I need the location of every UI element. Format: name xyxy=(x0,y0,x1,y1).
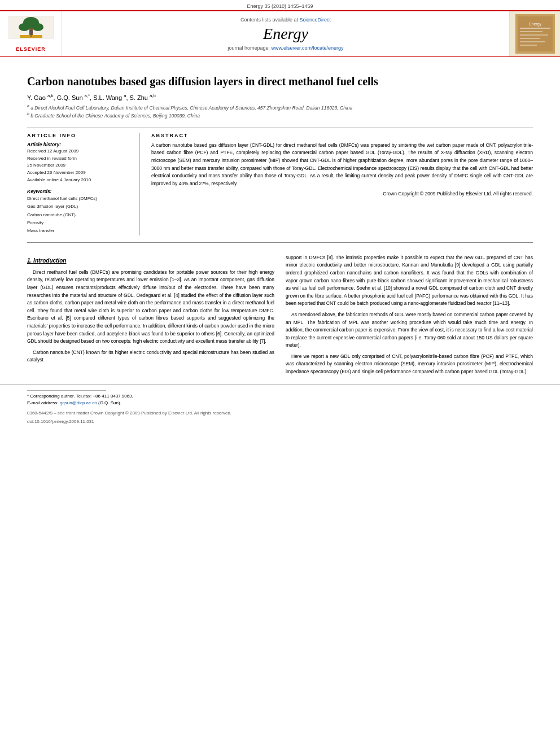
footnote-divider xyxy=(27,390,106,391)
body-left-column: 1. Introduction Direct methanol fuel cel… xyxy=(27,254,274,379)
body-right-column: support in DMFCs [8]. The intrinsic prop… xyxy=(286,254,533,379)
svg-rect-13 xyxy=(520,34,548,36)
sciencedirect-link[interactable]: ScienceDirect xyxy=(300,17,331,23)
intro-para-1: Direct methanol fuel cells (DMFCs) are p… xyxy=(27,269,274,346)
svg-text:Energy: Energy xyxy=(528,22,541,27)
homepage-label: journal homepage: xyxy=(228,45,271,51)
contents-text: Contents lists available at xyxy=(240,17,298,23)
info-abstract-section: ARTICLE INFO Article history: Received 1… xyxy=(27,128,533,235)
author-sep3: , S. Zhu xyxy=(126,94,150,101)
journal-homepage: journal homepage: www.elsevier.com/locat… xyxy=(228,45,343,51)
received-date-1: Received 12 August 2009 xyxy=(27,148,132,155)
article-info-label: ARTICLE INFO xyxy=(27,133,132,138)
journal-homepage-link[interactable]: www.elsevier.com/locate/energy xyxy=(272,45,344,51)
journal-header: ELSEVIER Contents lists available at Sci… xyxy=(0,10,560,57)
corresponding-author: * Corresponding author. Tel./fax: +86 41… xyxy=(27,393,533,400)
author-y-gao: Y. Gao xyxy=(27,94,47,101)
intro-para-4: As mentioned above, the fabrication meth… xyxy=(286,311,533,350)
doi-line: doi:10.1016/j.energy.2009.11.031 xyxy=(27,419,533,424)
email-name: (G.Q. Sun). xyxy=(98,400,121,405)
citation-bar: Energy 35 (2010) 1455–1459 xyxy=(0,0,560,10)
aff-sup-ab2: a,b xyxy=(150,93,156,98)
email-link[interactable]: gqsun@dicp.ac.cn xyxy=(60,400,97,405)
article-content: Carbon nanotubes based gas diffusion lay… xyxy=(0,57,560,254)
citation-text: Energy 35 (2010) 1455–1459 xyxy=(247,3,313,9)
svg-rect-16 xyxy=(520,45,537,46)
elsevier-tree-icon xyxy=(8,16,54,45)
sciencedirect-line: Contents lists available at ScienceDirec… xyxy=(240,17,331,23)
aff-sup-b-label: b xyxy=(27,112,29,116)
journal-thumbnail: Energy xyxy=(509,11,560,56)
page: Energy 35 (2010) 1455–1459 xyxy=(0,0,560,747)
abstract-section: ABSTRACT A carbon nanotube based gas dif… xyxy=(151,133,533,235)
abstract-text: A carbon nanotube based gas diffusion la… xyxy=(151,142,533,188)
aff-sup-a-star: a,* xyxy=(85,93,90,98)
available-date: Available online 4 January 2010 xyxy=(27,177,132,184)
aff-sup-a-label: a xyxy=(27,104,29,108)
elsevier-logo: ELSEVIER xyxy=(0,11,62,56)
email-footnote: E-mail address: gqsun@dicp.ac.cn (G.Q. S… xyxy=(27,400,533,407)
elsevier-logo-image xyxy=(8,16,54,45)
keyword-5: Mass transfer xyxy=(27,227,132,235)
affiliations: a a Direct Alcohol Fuel Cell Laboratory,… xyxy=(27,103,533,120)
intro-para-2: Carbon nanotube (CNT) known for its high… xyxy=(27,349,274,364)
intro-para-5: Here we report a new GDL only comprised … xyxy=(286,353,533,376)
keyword-3: Carbon nanotube (CNT) xyxy=(27,211,132,219)
intro-heading: 1. Introduction xyxy=(27,256,274,265)
intro-para-2-text: Carbon nanotube (CNT) known for its high… xyxy=(27,350,274,363)
author-sep1: , G.Q. Sun xyxy=(54,94,85,101)
accepted-date: Accepted 26 November 2009 xyxy=(27,169,132,177)
keyword-1: Direct methanol fuel cells (DMFCs) xyxy=(27,195,132,203)
svg-rect-11 xyxy=(520,28,550,29)
affiliation-b: b Graduate School of the Chinese Academy… xyxy=(30,113,200,119)
received-revised-date: 25 November 2009 xyxy=(27,162,132,169)
article-info-panel: ARTICLE INFO Article history: Received 1… xyxy=(27,133,140,235)
svg-point-6 xyxy=(29,30,33,33)
svg-point-2 xyxy=(19,23,30,31)
history-label: Article history: xyxy=(27,142,132,147)
aff-sup-ab: a,b xyxy=(47,93,54,98)
intro-para-3: support in DMFCs [8]. The intrinsic prop… xyxy=(286,254,533,308)
article-title: Carbon nanotubes based gas diffusion lay… xyxy=(27,74,533,89)
section-divider xyxy=(27,242,533,243)
abstract-copyright: Crown Copyright © 2009 Published by Else… xyxy=(151,191,533,196)
keyword-4: Porosity xyxy=(27,219,132,227)
elsevier-brand-text: ELSEVIER xyxy=(16,46,46,52)
received-revised-label: Received in revised form xyxy=(27,155,132,163)
svg-rect-15 xyxy=(520,41,545,42)
keyword-2: Gas diffusion layer (GDL) xyxy=(27,203,132,211)
abstract-label: ABSTRACT xyxy=(151,133,533,138)
journal-cover-image: Energy xyxy=(515,14,555,54)
footer-area: * Corresponding author. Tel./fax: +86 41… xyxy=(0,384,560,428)
svg-rect-14 xyxy=(520,38,540,39)
affiliation-a: a Direct Alcohol Fuel Cell Laboratory, D… xyxy=(30,104,352,110)
svg-point-3 xyxy=(32,23,43,31)
journal-title: Energy xyxy=(263,25,308,43)
issn-line: 0360-5442/$ – see front matter Crown Cop… xyxy=(27,410,533,416)
keywords-label: Keywords: xyxy=(27,189,132,194)
svg-rect-12 xyxy=(520,31,542,32)
body-columns: 1. Introduction Direct methanol fuel cel… xyxy=(0,254,560,379)
email-label: E-mail address: xyxy=(27,400,60,405)
journal-center: Contents lists available at ScienceDirec… xyxy=(62,11,509,56)
author-sep2: , S.L. Wang xyxy=(90,94,124,101)
authors-line: Y. Gao a,b, G.Q. Sun a,*, S.L. Wang a, S… xyxy=(27,93,533,101)
